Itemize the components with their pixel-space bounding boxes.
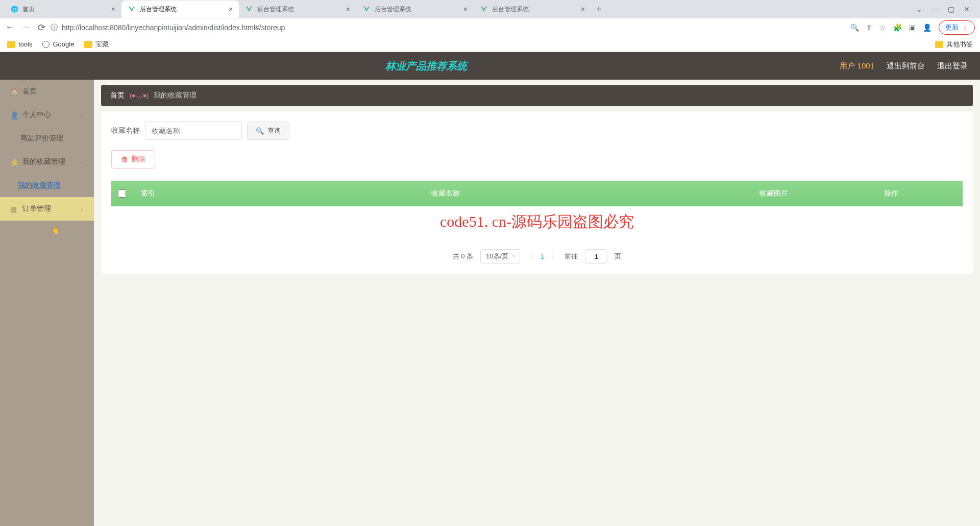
bookmark-label: 其他书签 <box>946 40 973 49</box>
search-label: 收藏名称 <box>111 126 140 135</box>
per-page-select[interactable]: 10条/页 <box>480 249 520 264</box>
sidebar-label: 首页 <box>22 87 37 96</box>
browser-tab[interactable]: 🌐 首页 × <box>4 1 121 18</box>
col-name: 收藏名称 <box>163 189 728 198</box>
tab-title: 后台管理系统 <box>257 5 342 14</box>
goto-suffix: 页 <box>615 252 621 261</box>
bookmark-google[interactable]: Google <box>42 40 74 48</box>
table-body: code51. cn-源码乐园盗图必究 <box>111 206 963 237</box>
bookmark-label: 宝藏 <box>95 40 109 49</box>
col-index: 索引 <box>133 189 163 198</box>
reader-icon[interactable]: ▣ <box>909 23 916 32</box>
search-button-label: 查询 <box>267 126 281 135</box>
tab-title: 后台管理系统 <box>492 5 577 14</box>
sidebar-item-personal[interactable]: 👤 个人中心 ⌄ <box>0 103 94 127</box>
browser-chrome: 🌐 首页 × 后台管理系统 × 后台管理系统 × 后台管理系统 × 后台管理系统… <box>0 0 980 52</box>
zoom-icon[interactable]: 🔍 <box>850 23 859 32</box>
app-header: 林业产品推荐系统 用户 1001 退出到前台 退出登录 <box>0 52 980 80</box>
chevron-down-icon: ⌄ <box>80 112 84 118</box>
folder-icon <box>935 41 943 48</box>
new-tab-button[interactable]: + <box>591 4 607 15</box>
goto-label: 前往 <box>565 252 578 261</box>
chevron-down-icon: ⌄ <box>80 206 84 212</box>
extensions-icon[interactable]: 🧩 <box>893 23 902 32</box>
close-icon[interactable]: × <box>463 5 468 13</box>
breadcrumb: 首页 (●'◡'●) 我的收藏管理 <box>101 85 973 106</box>
window-controls: ⌄ — ▢ ✕ <box>910 5 976 13</box>
delete-label: 删除 <box>131 155 145 164</box>
select-all-cell <box>111 189 133 198</box>
home-icon: 🏠 <box>10 88 17 95</box>
bookmark-label: Google <box>53 40 74 48</box>
tab-bar: 🌐 首页 × 后台管理系统 × 后台管理系统 × 后台管理系统 × 后台管理系统… <box>0 0 980 18</box>
forward-icon[interactable]: → <box>21 22 31 33</box>
pagination-total: 共 0 条 <box>453 252 473 261</box>
user-label[interactable]: 用户 1001 <box>840 61 874 71</box>
sidebar-item-reviews[interactable]: 商品评价管理 <box>0 127 94 150</box>
folder-icon <box>7 41 15 48</box>
sidebar-label: 商品评价管理 <box>20 134 63 143</box>
vue-icon <box>362 5 371 13</box>
trash-icon: 🗑 <box>121 155 128 163</box>
tab-title: 首页 <box>22 5 107 14</box>
breadcrumb-home[interactable]: 首页 <box>110 91 125 100</box>
sidebar-item-orders[interactable]: ▦ 订单管理 ⌄ <box>0 197 94 221</box>
select-all-checkbox[interactable] <box>118 189 126 198</box>
browser-tab-active[interactable]: 后台管理系统 × <box>121 1 239 18</box>
menu-dots-icon: ⋮ <box>962 24 968 32</box>
sidebar: 🏠 首页 👤 个人中心 ⌄ 商品评价管理 ⭐ 我的收藏管理 ⌄ 我的收藏管理 ▦… <box>0 80 94 526</box>
share-icon[interactable]: ⇪ <box>866 23 872 32</box>
vue-icon <box>245 5 253 13</box>
page-number[interactable]: 1 <box>541 253 544 260</box>
search-input[interactable] <box>145 122 242 140</box>
update-button[interactable]: 更新 ⋮ <box>939 20 975 35</box>
bookmark-tools[interactable]: tools <box>7 40 32 48</box>
browser-tab[interactable]: 后台管理系统 × <box>474 1 591 18</box>
bookmark-baozang[interactable]: 宝藏 <box>84 40 109 49</box>
prev-page-icon[interactable]: 〈 <box>527 252 533 261</box>
sidebar-item-favorites[interactable]: ⭐ 我的收藏管理 ⌄ <box>0 150 94 174</box>
data-table: 索引 收藏名称 收藏图片 操作 code51. cn-源码乐园盗图必究 <box>111 181 963 237</box>
search-button[interactable]: 🔍 查询 <box>247 122 289 140</box>
logout-button[interactable]: 退出登录 <box>937 61 968 71</box>
grid-icon: ▦ <box>10 205 17 212</box>
chevron-down-icon: ⌄ <box>80 159 84 165</box>
other-bookmarks[interactable]: 其他书签 <box>935 40 973 49</box>
sidebar-item-home[interactable]: 🏠 首页 <box>0 80 94 103</box>
star-icon: ⭐ <box>10 158 17 165</box>
maximize-icon[interactable]: ▢ <box>948 5 954 13</box>
to-front-button[interactable]: 退出到前台 <box>887 61 925 71</box>
breadcrumb-current: 我的收藏管理 <box>154 91 197 100</box>
tab-title: 后台管理系统 <box>375 5 459 14</box>
globe-icon <box>42 41 50 48</box>
reload-icon[interactable]: ⟳ <box>38 22 45 33</box>
search-icon: 🔍 <box>256 127 264 135</box>
minimize-icon[interactable]: — <box>932 5 939 13</box>
browser-tab[interactable]: 后台管理系统 × <box>356 1 474 18</box>
close-icon[interactable]: × <box>111 5 115 13</box>
chevron-down-icon[interactable]: ⌄ <box>916 5 922 13</box>
vue-icon <box>480 5 488 13</box>
app-body: 🏠 首页 👤 个人中心 ⌄ 商品评价管理 ⭐ 我的收藏管理 ⌄ 我的收藏管理 ▦… <box>0 80 980 526</box>
close-icon[interactable]: × <box>346 5 350 13</box>
bookmark-bar: tools Google 宝藏 其他书签 <box>0 37 980 52</box>
sidebar-label: 我的收藏管理 <box>18 181 61 190</box>
star-icon[interactable]: ☆ <box>879 23 886 32</box>
sidebar-label: 订单管理 <box>22 204 51 213</box>
globe-icon: 🌐 <box>10 5 18 13</box>
goto-input[interactable] <box>585 249 607 264</box>
url-text: http://localhost:8080/linyechanpintuijia… <box>62 23 285 32</box>
sidebar-item-favorites-active[interactable]: 我的收藏管理 <box>0 174 94 197</box>
info-icon[interactable]: ⓘ <box>51 23 58 32</box>
folder-icon <box>84 41 92 48</box>
browser-tab[interactable]: 后台管理系统 × <box>239 1 356 18</box>
delete-button[interactable]: 🗑 删除 <box>111 150 155 169</box>
next-page-icon[interactable]: 〉 <box>551 252 557 261</box>
url-bar[interactable]: ⓘ http://localhost:8080/linyechanpintuij… <box>51 23 845 32</box>
close-icon[interactable]: × <box>581 5 585 13</box>
close-window-icon[interactable]: ✕ <box>964 5 970 13</box>
back-icon[interactable]: ← <box>5 22 14 33</box>
close-icon[interactable]: × <box>229 5 233 13</box>
profile-icon[interactable]: 👤 <box>923 23 932 32</box>
app-title: 林业产品推荐系统 <box>12 59 840 73</box>
